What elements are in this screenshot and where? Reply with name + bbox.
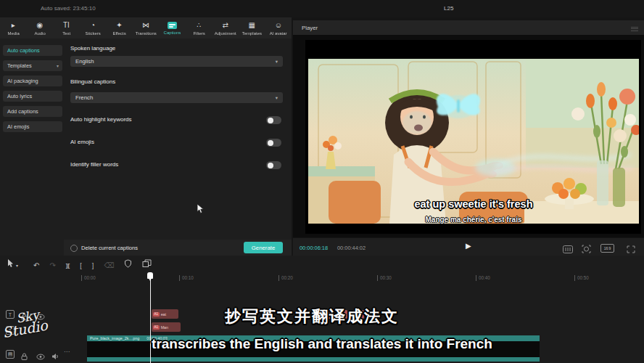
main-toolbar: ▸ Media ◉ Audio TI Text ◔ Stickers ✦ Eff… — [0, 17, 292, 39]
media-icon: ▸ — [12, 21, 15, 30]
sidebar-item-templates[interactable]: Templates ▾ — [3, 60, 62, 71]
filters-icon: ∴ — [197, 21, 201, 30]
effects-icon: ✦ — [116, 21, 122, 30]
spoken-language-select[interactable]: English ▾ — [70, 56, 283, 67]
project-label: L25 — [444, 5, 453, 12]
templates-icon: ▦ — [248, 21, 255, 30]
player-controls: 00:00:06:18 00:00:44:02 ▶ 16:9 — [293, 237, 644, 256]
video-viewport: eat up sweetie it's fresh Mange ma chéri… — [293, 35, 644, 237]
tab-templates[interactable]: ▦ Templates — [239, 21, 265, 36]
ruler-label: 00:40 — [476, 275, 490, 281]
ai-avatar-icon: ☺ — [275, 21, 282, 30]
autosave-status: Auto saved: 23:45:10 — [41, 5, 96, 12]
video-frame: eat up sweetie it's fresh Mange ma chéri… — [308, 59, 639, 224]
subtitle-english: transcribes the English and translates i… — [0, 336, 644, 352]
select-tool-chevron-icon[interactable]: ▾ — [16, 259, 18, 272]
player-panel: Player — [293, 20, 644, 256]
quality-icon[interactable] — [563, 243, 573, 256]
sidebar-item-add-captions[interactable]: Add captions — [3, 106, 62, 117]
video-caption-secondary: Mange ma chérie, c'est frais — [308, 216, 639, 224]
auto-highlight-keywords-toggle[interactable] — [266, 116, 281, 124]
redo-icon[interactable]: ↷ — [49, 259, 55, 272]
play-button[interactable]: ▶ — [466, 242, 471, 250]
tab-transitions[interactable]: ⋈ Transitions — [133, 21, 160, 36]
trim-right-icon[interactable]: ] — [92, 259, 94, 272]
ruler-label: 00:00 — [81, 275, 96, 281]
timeline-toolbar: ▾ ↶ ↷ ][ [ ] ⌫ — [0, 258, 644, 273]
delete-icon[interactable]: ⌫ — [104, 259, 114, 272]
player-header: Player — [293, 20, 644, 35]
ruler-label: 00:30 — [377, 275, 392, 281]
tab-audio[interactable]: ◉ Audio — [27, 21, 54, 36]
tab-captions[interactable]: Captions — [159, 21, 186, 35]
subtitle-chinese: 抄写英文并翻译成法文 — [0, 306, 624, 327]
tab-filters[interactable]: ∴ Filters — [186, 21, 212, 36]
undo-icon[interactable]: ↶ — [33, 259, 39, 272]
tab-stickers[interactable]: ◔ Stickers — [80, 21, 107, 36]
ruler-label: 00:50 — [574, 275, 589, 281]
playhead-handle[interactable] — [147, 272, 153, 279]
ai-emojis-toggle[interactable] — [266, 139, 281, 147]
chevron-down-icon: ▾ — [276, 59, 278, 65]
sidebar-item-ai-emojis[interactable]: AI emojis — [3, 121, 62, 132]
crop-icon[interactable] — [142, 259, 152, 272]
captions-panel: Auto captions Templates ▾ AI packaging A… — [0, 38, 292, 256]
top-bar: Auto saved: 23:45:10 L25 — [0, 0, 644, 17]
delete-captions-label: Delete current captions — [81, 245, 138, 251]
ruler-label: 00:10 — [179, 275, 194, 281]
butterfly — [437, 94, 480, 118]
identify-filler-words-label: Identify filler words — [70, 161, 118, 168]
generate-bar: Delete current captions Generate — [64, 240, 292, 256]
video-clip-footer — [87, 357, 540, 362]
auto-highlight-keywords-label: Auto highlight keywords — [70, 116, 132, 123]
focus-icon[interactable] — [582, 243, 591, 256]
chevron-down-icon: ▾ — [57, 63, 59, 68]
sidebar-item-auto-captions[interactable]: Auto captions — [3, 45, 62, 56]
audio-icon: ◉ — [36, 21, 43, 30]
spoken-language-label: Spoken language — [70, 45, 115, 52]
aspect-ratio-button[interactable]: 16:9 — [600, 244, 614, 253]
video-caption-primary: eat up sweetie it's fresh — [308, 198, 639, 210]
current-time: 00:00:06:18 — [300, 245, 328, 251]
tab-ai-avatar[interactable]: ☺ AI avatar — [265, 21, 292, 36]
tab-text[interactable]: TI Text — [53, 21, 80, 36]
mask-icon[interactable] — [124, 259, 132, 272]
captions-icon — [168, 22, 177, 29]
stickers-icon: ◔ — [91, 21, 95, 30]
delete-captions-checkbox[interactable] — [70, 245, 78, 252]
identify-filler-words-toggle[interactable] — [266, 161, 281, 169]
ruler-label: 00:20 — [278, 275, 293, 281]
chevron-down-icon: ▾ — [276, 95, 278, 101]
total-time: 00:00:44:02 — [337, 245, 366, 251]
player-menu-icon[interactable] — [631, 25, 638, 32]
fullscreen-icon[interactable] — [627, 243, 635, 256]
transitions-icon: ⋈ — [142, 21, 149, 30]
generate-button[interactable]: Generate — [244, 242, 283, 253]
timeline-ruler[interactable]: 00:00 00:10 00:20 00:30 00:40 00:50 — [0, 273, 644, 283]
bilingual-captions-label: Bilingual captions — [70, 78, 115, 85]
mouse-cursor — [197, 203, 205, 217]
text-icon: TI — [63, 21, 70, 30]
split-icon[interactable]: ][ — [66, 259, 70, 272]
sidebar-item-ai-packaging[interactable]: AI packaging — [3, 76, 62, 86]
bilingual-captions-select[interactable]: French ▾ — [70, 92, 283, 103]
player-title: Player — [302, 25, 318, 31]
tab-media[interactable]: ▸ Media — [0, 21, 27, 36]
tab-adjustment[interactable]: ⇄ Adjustment — [212, 21, 239, 36]
sidebar-item-auto-lyrics[interactable]: Auto lyrics — [3, 91, 62, 102]
tab-effects[interactable]: ✦ Effects — [106, 21, 133, 36]
adjustment-icon: ⇄ — [222, 21, 228, 30]
select-tool-icon[interactable] — [7, 259, 14, 272]
trim-left-icon[interactable]: [ — [80, 259, 82, 272]
ai-emojis-label: AI emojis — [70, 139, 94, 145]
app-window: Auto saved: 23:45:10 L25 ▸ Media ◉ Audio… — [0, 0, 644, 363]
